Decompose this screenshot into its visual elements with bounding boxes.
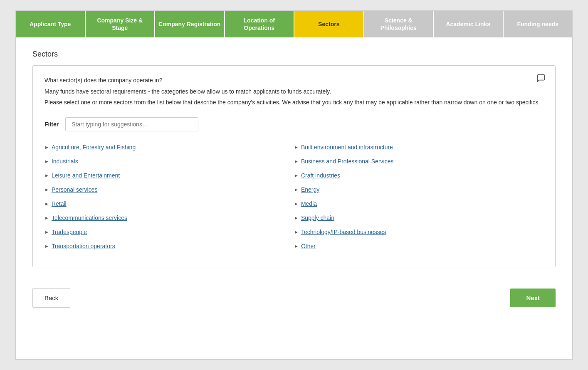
filter-input[interactable]	[65, 117, 198, 131]
tabs-bar: Applicant TypeCompany Size & StageCompan…	[16, 11, 572, 37]
filter-row: Filter	[44, 117, 544, 131]
sector-label[interactable]: Built environment and infrastructure	[301, 144, 393, 150]
main-content: Sectors What sector(s) does the company …	[16, 37, 572, 279]
sector-label[interactable]: Supply chain	[301, 215, 334, 221]
sector-label[interactable]: Craft industries	[301, 172, 340, 179]
sector-arrow: ►	[294, 145, 299, 150]
card-description: What sector(s) does the company operate …	[44, 76, 544, 107]
desc-line1: What sector(s) does the company operate …	[44, 76, 544, 85]
sector-arrow: ►	[294, 201, 299, 206]
tab-funding-needs[interactable]: Funding needs	[504, 11, 573, 37]
sector-item-agriculture[interactable]: ►Agriculture, Forestry and Fishing	[44, 144, 294, 150]
sector-arrow: ►	[294, 187, 299, 192]
sector-label[interactable]: Business and Professional Services	[301, 158, 394, 165]
sector-arrow: ►	[44, 215, 49, 220]
sector-item-transportation[interactable]: ►Transportation operators	[44, 243, 294, 249]
sector-item-leisure[interactable]: ►Leisure and Entertainment	[44, 172, 294, 179]
sector-arrow: ►	[294, 229, 299, 234]
sector-label[interactable]: Tradespeople	[52, 229, 87, 235]
sector-item-other[interactable]: ►Other	[294, 243, 544, 249]
sector-arrow: ►	[44, 229, 49, 234]
sector-arrow: ►	[294, 173, 299, 178]
sector-label[interactable]: Other	[301, 243, 316, 249]
back-button[interactable]: Back	[32, 288, 70, 308]
sector-item-telecom[interactable]: ►Telecommunications services	[44, 215, 294, 221]
filter-label: Filter	[44, 121, 59, 128]
section-title: Sectors	[32, 50, 556, 59]
sector-item-business-professional[interactable]: ►Business and Professional Services	[294, 158, 544, 165]
sectors-columns: ►Agriculture, Forestry and Fishing►Indus…	[44, 144, 544, 257]
sector-item-technology[interactable]: ►Technology/IP-based businesses	[294, 229, 544, 235]
sector-arrow: ►	[44, 187, 49, 192]
sectors-right-column: ►Built environment and infrastructure►Bu…	[294, 144, 544, 257]
sectors-card: What sector(s) does the company operate …	[32, 65, 556, 267]
tab-location-of-operations[interactable]: Location of Operations	[225, 11, 295, 37]
sector-item-media[interactable]: ►Media	[294, 200, 544, 207]
sector-arrow: ►	[44, 173, 49, 178]
desc-line3: Please select one or more sectors from t…	[44, 98, 544, 107]
sector-label[interactable]: Agriculture, Forestry and Fishing	[52, 144, 136, 150]
sector-label[interactable]: Leisure and Entertainment	[52, 172, 120, 179]
sector-arrow: ►	[294, 215, 299, 220]
tab-company-size-stage[interactable]: Company Size & Stage	[86, 11, 156, 37]
nav-buttons: Back Next	[16, 280, 572, 312]
sector-label[interactable]: Energy	[301, 186, 319, 193]
comment-icon[interactable]	[535, 72, 547, 84]
tab-applicant-type[interactable]: Applicant Type	[16, 11, 86, 37]
sector-arrow: ►	[294, 244, 299, 249]
sector-item-personal-services[interactable]: ►Personal services	[44, 186, 294, 193]
sector-label[interactable]: Personal services	[52, 186, 98, 193]
next-button[interactable]: Next	[510, 289, 556, 307]
sector-item-tradespeople[interactable]: ►Tradespeople	[44, 229, 294, 235]
tab-science-philosophies[interactable]: Science & Philosophies	[364, 11, 434, 37]
sector-item-supply-chain[interactable]: ►Supply chain	[294, 215, 544, 221]
app-container: Applicant TypeCompany Size & StageCompan…	[15, 10, 573, 360]
tab-company-registration[interactable]: Company Registration	[155, 11, 225, 37]
tab-academic-links[interactable]: Academic Links	[434, 11, 504, 37]
sector-label[interactable]: Media	[301, 200, 317, 207]
sector-arrow: ►	[44, 201, 49, 206]
sector-item-retail[interactable]: ►Retail	[44, 200, 294, 207]
sector-item-built-environment[interactable]: ►Built environment and infrastructure	[294, 144, 544, 150]
sector-item-industrials[interactable]: ►Industrials	[44, 158, 294, 165]
sector-label[interactable]: Industrials	[52, 158, 78, 165]
sector-arrow: ►	[44, 145, 49, 150]
sector-label[interactable]: Technology/IP-based businesses	[301, 229, 386, 235]
sector-label[interactable]: Transportation operators	[52, 243, 115, 249]
sector-label[interactable]: Telecommunications services	[52, 215, 127, 221]
sector-arrow: ►	[44, 159, 49, 164]
desc-line2: Many funds have sectoral requirements - …	[44, 87, 544, 96]
sectors-left-column: ►Agriculture, Forestry and Fishing►Indus…	[44, 144, 294, 257]
sector-label[interactable]: Retail	[52, 200, 67, 207]
sector-arrow: ►	[294, 159, 299, 164]
tab-sectors[interactable]: Sectors	[294, 11, 364, 37]
sector-arrow: ►	[44, 244, 49, 249]
sector-item-energy[interactable]: ►Energy	[294, 186, 544, 193]
sector-item-craft[interactable]: ►Craft industries	[294, 172, 544, 179]
